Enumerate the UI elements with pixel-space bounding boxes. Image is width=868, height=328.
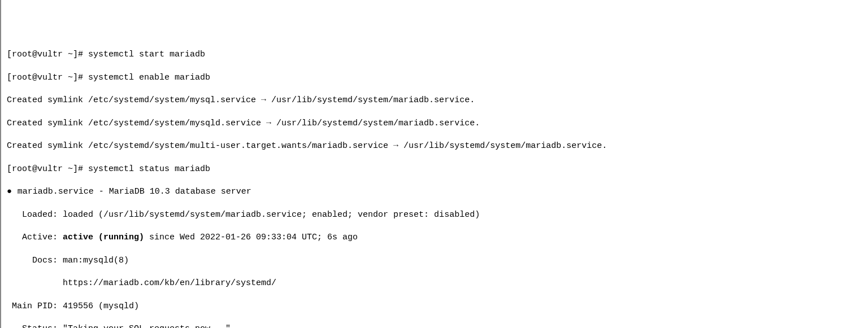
- prompt-line-1: [root@vultr ~]# systemctl start mariadb: [7, 49, 862, 60]
- active-rest: since Wed 2022-01-26 09:33:04 UTC; 6s ag…: [144, 233, 358, 242]
- shell-command[interactable]: systemctl status mariadb: [88, 164, 210, 174]
- docs-line: Docs: man:mysqld(8): [7, 255, 862, 266]
- prompt-line-2: [root@vultr ~]# systemctl enable mariadb: [7, 72, 862, 84]
- unit-header: ● mariadb.service - MariaDB 10.3 databas…: [7, 186, 862, 198]
- status-line: Status: "Taking your SQL requests now...…: [7, 323, 862, 328]
- shell-prompt: [root@vultr ~]#: [7, 164, 88, 174]
- shell-prompt: [root@vultr ~]#: [7, 73, 88, 82]
- active-line: Active: active (running) since Wed 2022-…: [7, 232, 862, 243]
- prompt-line-3: [root@vultr ~]# systemctl status mariadb: [7, 164, 862, 175]
- output-line: Created symlink /etc/systemd/system/mysq…: [7, 95, 862, 106]
- unit-title: mariadb.service - MariaDB 10.3 database …: [12, 187, 251, 196]
- docs-line: https://mariadb.com/kb/en/library/system…: [7, 278, 862, 289]
- output-line: Created symlink /etc/systemd/system/mysq…: [7, 118, 862, 129]
- status-bullet-icon: ●: [7, 186, 12, 198]
- shell-command[interactable]: systemctl enable mariadb: [88, 73, 210, 82]
- loaded-line: Loaded: loaded (/usr/lib/systemd/system/…: [7, 209, 862, 221]
- shell-prompt: [root@vultr ~]#: [7, 50, 88, 59]
- active-label: Active:: [7, 233, 63, 242]
- shell-command[interactable]: systemctl start mariadb: [88, 50, 205, 59]
- mainpid-line: Main PID: 419556 (mysqld): [7, 301, 862, 312]
- active-state: active (running): [63, 233, 144, 242]
- output-line: Created symlink /etc/systemd/system/mult…: [7, 141, 862, 152]
